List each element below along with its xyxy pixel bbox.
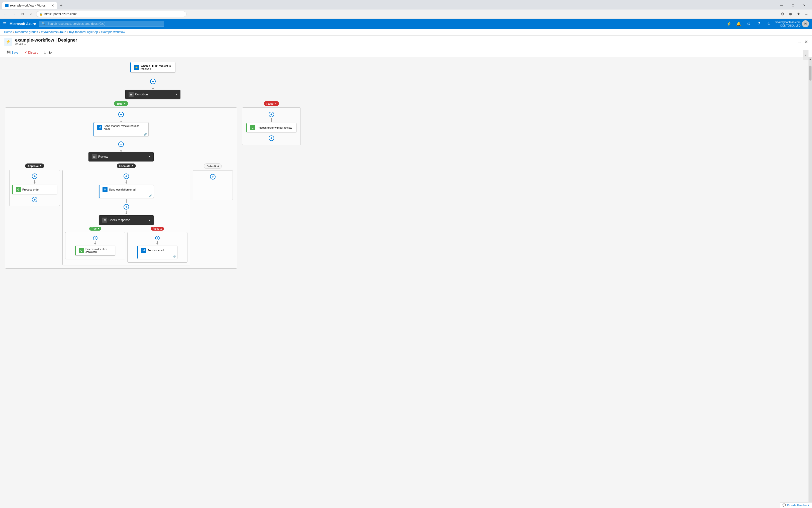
hamburger-icon[interactable]: ☰: [3, 22, 6, 26]
add-check-false[interactable]: +: [155, 236, 160, 240]
add-approve-1[interactable]: +: [32, 173, 37, 179]
search-input[interactable]: [47, 22, 161, 26]
send-review-icon: M: [97, 125, 102, 130]
active-tab[interactable]: example-workflow - Microsoft A... ✕: [2, 2, 57, 9]
breadcrumb-sep-4: ›: [99, 30, 100, 34]
add-true-2[interactable]: +: [118, 141, 124, 147]
false-branch-box: + G Process order without review: [242, 108, 301, 145]
link-icon-1: 🔗: [94, 132, 148, 136]
process-after-escalation-node[interactable]: G Process order after escalation: [75, 246, 115, 256]
false-label[interactable]: False ∧: [264, 101, 279, 106]
trigger-icon: ⚡: [134, 65, 139, 70]
send-email-node[interactable]: M Send an email 🔗: [137, 246, 178, 259]
approve-label[interactable]: Approve ∧: [25, 164, 44, 168]
scroll-thumb[interactable]: [809, 66, 812, 81]
check-false-label[interactable]: False ∧: [151, 227, 164, 230]
add-default[interactable]: +: [210, 174, 216, 179]
condition-chevron: ∧: [176, 93, 177, 96]
breadcrumb-sep-2: ›: [39, 30, 40, 34]
tab-favicon: [5, 4, 8, 7]
maximize-button[interactable]: ▢: [787, 1, 799, 9]
close-button[interactable]: ✕: [799, 1, 810, 9]
breadcrumb-sep-1: ›: [13, 30, 14, 34]
azure-logo: Microsoft Azure: [9, 22, 36, 26]
add-step-1[interactable]: +: [150, 79, 156, 84]
condition-icon: ⊞: [128, 92, 133, 97]
add-false-2[interactable]: +: [269, 135, 274, 141]
add-check-true[interactable]: +: [93, 236, 98, 240]
zoom-icon[interactable]: ⊕: [787, 10, 794, 17]
user-info[interactable]: nicole@contoso.com CONTOSO, LTD N: [775, 20, 809, 28]
browser-toolbar-icons: ⚙ ⊕ ★ ⋯: [779, 10, 810, 17]
true-label[interactable]: True ∧: [114, 101, 128, 106]
send-escalation-node[interactable]: M Send escalation email 🔗: [99, 185, 154, 198]
trigger-section: ⚡ When a HTTP request is received + ⊞: [5, 62, 301, 99]
notifications-icon[interactable]: 🔔: [735, 20, 743, 28]
connector-1: [153, 73, 153, 78]
workflow-canvas[interactable]: ⚡ When a HTTP request is received + ⊞: [0, 57, 809, 508]
more-options-icon[interactable]: ...: [798, 40, 801, 44]
workflow-icon: ⚡: [4, 38, 12, 46]
check-response-icon: ⊞: [102, 218, 107, 222]
add-approve-2[interactable]: +: [32, 197, 37, 202]
add-escalate-2[interactable]: +: [123, 204, 129, 210]
escalate-label[interactable]: Escalate ∧: [117, 164, 136, 168]
process-order-icon: G: [16, 187, 21, 192]
help-icon[interactable]: ?: [755, 20, 763, 28]
workflow-diagram: ⚡ When a HTTP request is received + ⊞: [5, 62, 301, 279]
trigger-node[interactable]: ⚡ When a HTTP request is received: [130, 62, 176, 73]
true-branch-box: + M Send manual review request email 🔗: [5, 108, 237, 269]
review-node[interactable]: ⊞ Review ∧: [88, 152, 154, 162]
refresh-button[interactable]: ↻: [19, 10, 26, 17]
check-response-branches: True ∧ +: [65, 227, 188, 263]
cloud-shell-icon[interactable]: ⚡: [725, 20, 733, 28]
breadcrumb-home[interactable]: Home: [4, 30, 12, 34]
feedback-icon: 💬: [782, 504, 786, 507]
search-icon: 🔍: [42, 22, 45, 26]
favorites-icon[interactable]: ★: [795, 10, 802, 17]
global-search[interactable]: 🔍: [39, 21, 164, 27]
review-chevron: ∧: [149, 156, 150, 158]
home-button[interactable]: ⌂: [28, 10, 35, 17]
forward-button[interactable]: →: [10, 10, 17, 17]
save-button[interactable]: 💾 Save: [4, 50, 21, 55]
page-subtitle: Workflow: [15, 43, 795, 46]
page-close-button[interactable]: ✕: [804, 39, 808, 45]
check-response-node[interactable]: ⊞ Check response ∧: [99, 215, 154, 225]
designer-toolbar: 💾 Save ✕ Discard ℹ Info: [0, 48, 812, 57]
process-without-review-node[interactable]: G Process order without review: [246, 123, 297, 132]
feedback-header-icon[interactable]: ☺: [765, 20, 773, 28]
more-icon[interactable]: ⋯: [803, 10, 810, 17]
send-escalation-label: Send escalation email: [109, 188, 136, 191]
check-false-box: + M Send: [127, 232, 188, 263]
process-order-node[interactable]: G Process order: [12, 185, 57, 194]
send-email-icon: M: [141, 248, 146, 253]
vertical-scrollbar[interactable]: ▲ ▼: [809, 57, 812, 508]
tab-bar: example-workflow - Microsoft A... ✕ + — …: [0, 0, 812, 9]
scroll-up[interactable]: ▲: [809, 57, 812, 60]
minimize-button[interactable]: —: [775, 1, 787, 9]
breadcrumb-logic-app[interactable]: myStandardLogicApp: [69, 30, 98, 34]
settings-icon[interactable]: ⚙: [745, 20, 753, 28]
check-true-label[interactable]: True ∧: [89, 227, 101, 230]
back-button[interactable]: ←: [2, 10, 9, 17]
breadcrumb-workflow[interactable]: example-workflow: [101, 30, 125, 34]
new-tab-button[interactable]: +: [57, 2, 65, 9]
breadcrumb-my-resource-group[interactable]: myResourceGroup: [41, 30, 66, 34]
add-false-1[interactable]: +: [269, 112, 274, 117]
condition-node[interactable]: ⊞ Condition ∧: [125, 90, 181, 99]
breadcrumb-resource-groups[interactable]: Resource groups: [15, 30, 38, 34]
send-review-email-node[interactable]: M Send manual review request email 🔗: [93, 122, 149, 136]
tab-close-button[interactable]: ✕: [51, 3, 54, 7]
feedback-button[interactable]: 💬 Provide Feedback: [780, 502, 812, 508]
default-label[interactable]: Default ∧: [204, 164, 222, 169]
discard-button[interactable]: ✕ Discard: [22, 50, 41, 55]
extensions-icon[interactable]: ⚙: [779, 10, 786, 17]
add-escalate-1[interactable]: +: [123, 173, 129, 179]
url-bar[interactable]: 🔒 https://portal.azure.com/: [36, 11, 187, 17]
add-true-1[interactable]: +: [118, 112, 124, 117]
review-icon: ⊞: [92, 154, 97, 159]
info-button[interactable]: ℹ Info: [42, 50, 54, 55]
collapse-panel-button[interactable]: «: [803, 57, 809, 60]
escalate-branch: Escalate ∧ +: [63, 164, 190, 265]
